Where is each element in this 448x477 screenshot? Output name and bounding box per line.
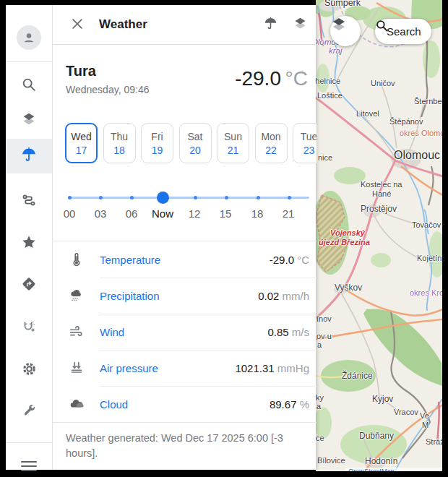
sidebar-divider bbox=[6, 442, 52, 443]
detail-label[interactable]: Precipitation bbox=[100, 290, 160, 302]
sidebar-item-layers[interactable] bbox=[6, 103, 52, 138]
panel-header: Weather bbox=[53, 5, 316, 45]
umbrella-icon bbox=[20, 146, 38, 166]
day-tab-sat[interactable]: Sat20 bbox=[179, 123, 212, 163]
navigation-icon bbox=[21, 276, 37, 295]
detail-label[interactable]: Wind bbox=[100, 326, 124, 338]
sidebar-item-navigation[interactable] bbox=[6, 268, 52, 303]
map-search-label: Search bbox=[387, 25, 421, 38]
time-label: 18 bbox=[243, 207, 272, 220]
close-icon bbox=[70, 17, 85, 33]
day-tab-fri[interactable]: Fri19 bbox=[141, 123, 173, 163]
close-button[interactable] bbox=[67, 14, 87, 36]
generated-note: Weather generated: Wed Dec 17 2025 6:00 … bbox=[53, 422, 316, 461]
time-label: 00 bbox=[55, 207, 84, 220]
time-label: 06 bbox=[117, 207, 146, 220]
wind-icon bbox=[53, 324, 100, 340]
umbrella-icon bbox=[263, 16, 278, 33]
precipitation-icon bbox=[53, 288, 100, 304]
sidebar bbox=[6, 5, 53, 470]
panel-title: Weather bbox=[99, 17, 147, 32]
sidebar-item-configure[interactable] bbox=[6, 395, 52, 429]
thermometer-icon bbox=[53, 252, 100, 267]
wrench-icon bbox=[21, 403, 37, 421]
map-attribution[interactable]: OpenStreetMap bbox=[345, 468, 442, 471]
detail-label[interactable]: Temperature bbox=[100, 254, 160, 266]
sidebar-item-settings[interactable] bbox=[6, 353, 52, 387]
avatar-icon bbox=[17, 25, 41, 50]
weather-details: Temperature -29.0 °C Precipitation 0.02 … bbox=[53, 241, 316, 422]
layers-icon bbox=[293, 16, 308, 33]
route-icon bbox=[21, 192, 37, 211]
attribution-text: OpenStreetMap bbox=[348, 468, 395, 471]
map-layers-button[interactable] bbox=[330, 16, 361, 46]
location-datetime: Wednesday, 09:46 bbox=[66, 84, 149, 95]
weather-panel: Weather Tura Wednesday, 0 bbox=[53, 5, 316, 470]
sidebar-item-weather[interactable] bbox=[6, 139, 52, 173]
time-slider[interactable]: 00 03 06 Now 12 15 18 21 bbox=[68, 187, 309, 223]
magnet-icon bbox=[21, 319, 37, 338]
weather-layers-button[interactable] bbox=[290, 13, 311, 36]
sidebar-item-menu[interactable] bbox=[6, 449, 52, 477]
pressure-icon bbox=[53, 360, 100, 376]
slider-track[interactable] bbox=[68, 197, 309, 199]
slider-thumb[interactable] bbox=[157, 192, 169, 204]
current-temperature: -29.0 °C bbox=[235, 67, 308, 90]
time-label: 12 bbox=[180, 207, 209, 220]
day-tab-mon[interactable]: Mon22 bbox=[255, 123, 288, 163]
sidebar-item-favorites[interactable] bbox=[6, 226, 52, 261]
map[interactable]: ŠumperkOlomouckýkrajMohelniceUničovLošti… bbox=[316, 0, 442, 471]
sidebar-item-routes[interactable] bbox=[6, 184, 52, 219]
time-label: 03 bbox=[86, 207, 115, 220]
app-window: ŠumperkOlomouckýkrajMohelniceUničovLošti… bbox=[0, 0, 448, 477]
day-selector: Wed17 Thu18 Fri19 Sat20 Sun21 Mon22 Tue2… bbox=[53, 123, 316, 163]
detail-row-wind: Wind 0.85 m/s bbox=[53, 314, 316, 350]
time-label-now: Now bbox=[148, 207, 177, 220]
time-label: 15 bbox=[211, 207, 240, 220]
map-canvas bbox=[316, 0, 442, 471]
sidebar-item-search[interactable] bbox=[6, 69, 52, 103]
detail-row-air-pressure: Air pressure 1021.31 mmHg bbox=[53, 350, 316, 386]
time-label: 21 bbox=[274, 207, 303, 220]
layers-icon bbox=[21, 111, 37, 130]
day-tab-tue[interactable]: Tue23 bbox=[293, 123, 316, 163]
detail-row-cloud: Cloud 89.67 % bbox=[53, 386, 316, 422]
weather-source-button[interactable] bbox=[260, 13, 281, 36]
detail-row-temperature: Temperature -29.0 °C bbox=[53, 241, 316, 278]
location-name: Tura bbox=[66, 63, 149, 80]
cloud-icon bbox=[53, 396, 100, 412]
sidebar-item-plugins[interactable] bbox=[6, 311, 52, 345]
menu-icon bbox=[21, 461, 37, 471]
day-tab-sun[interactable]: Sun21 bbox=[217, 123, 249, 163]
detail-label[interactable]: Air pressure bbox=[100, 362, 158, 374]
detail-label[interactable]: Cloud bbox=[100, 398, 128, 411]
sidebar-divider bbox=[6, 61, 52, 62]
day-tab-thu[interactable]: Thu18 bbox=[103, 123, 136, 163]
detail-row-precipitation: Precipitation 0.02 mm/h bbox=[53, 278, 316, 314]
weather-app: Weather Tura Wednesday, 0 bbox=[6, 5, 316, 470]
gear-icon bbox=[21, 361, 38, 380]
day-tab-wed[interactable]: Wed17 bbox=[65, 123, 98, 163]
search-icon bbox=[21, 77, 37, 95]
map-search-button[interactable]: Search bbox=[375, 19, 431, 44]
location-block: Tura Wednesday, 09:46 bbox=[66, 63, 149, 95]
sidebar-item-profile[interactable] bbox=[6, 20, 52, 55]
star-icon bbox=[21, 234, 37, 253]
